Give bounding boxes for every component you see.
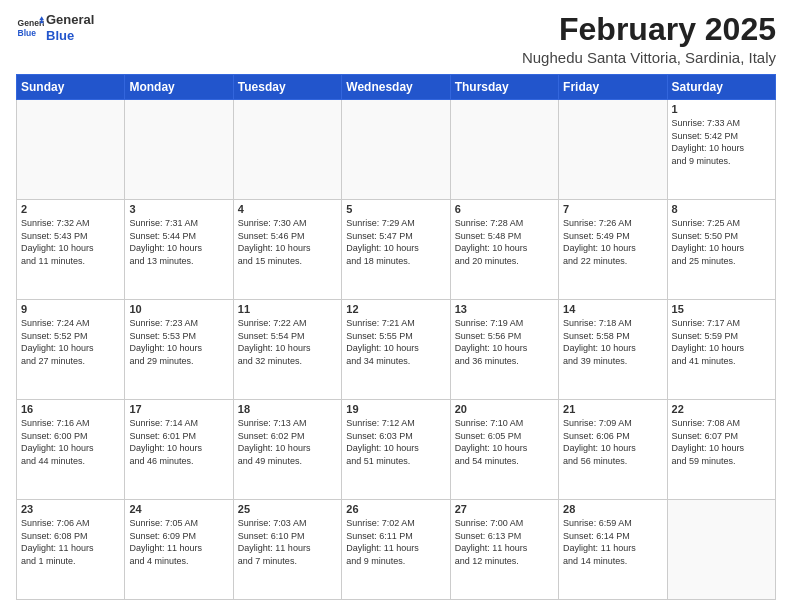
day-info: Sunrise: 7:12 AM Sunset: 6:03 PM Dayligh… — [346, 417, 445, 467]
day-number: 6 — [455, 203, 554, 215]
weekday-header-saturday: Saturday — [667, 75, 775, 100]
weekday-header-monday: Monday — [125, 75, 233, 100]
day-number: 9 — [21, 303, 120, 315]
logo-icon: General Blue — [16, 14, 44, 42]
day-info: Sunrise: 7:29 AM Sunset: 5:47 PM Dayligh… — [346, 217, 445, 267]
calendar-week-row: 9Sunrise: 7:24 AM Sunset: 5:52 PM Daylig… — [17, 300, 776, 400]
logo-general: General — [46, 12, 94, 28]
day-number: 28 — [563, 503, 662, 515]
day-info: Sunrise: 7:03 AM Sunset: 6:10 PM Dayligh… — [238, 517, 337, 567]
day-number: 27 — [455, 503, 554, 515]
svg-text:Blue: Blue — [18, 27, 37, 37]
calendar-day-15: 15Sunrise: 7:17 AM Sunset: 5:59 PM Dayli… — [667, 300, 775, 400]
day-info: Sunrise: 7:17 AM Sunset: 5:59 PM Dayligh… — [672, 317, 771, 367]
weekday-header-friday: Friday — [559, 75, 667, 100]
location-title: Nughedu Santa Vittoria, Sardinia, Italy — [522, 49, 776, 66]
calendar-empty-cell — [125, 100, 233, 200]
day-info: Sunrise: 7:08 AM Sunset: 6:07 PM Dayligh… — [672, 417, 771, 467]
day-info: Sunrise: 7:02 AM Sunset: 6:11 PM Dayligh… — [346, 517, 445, 567]
calendar-day-1: 1Sunrise: 7:33 AM Sunset: 5:42 PM Daylig… — [667, 100, 775, 200]
calendar-week-row: 1Sunrise: 7:33 AM Sunset: 5:42 PM Daylig… — [17, 100, 776, 200]
calendar-day-8: 8Sunrise: 7:25 AM Sunset: 5:50 PM Daylig… — [667, 200, 775, 300]
day-number: 21 — [563, 403, 662, 415]
day-number: 3 — [129, 203, 228, 215]
day-info: Sunrise: 7:32 AM Sunset: 5:43 PM Dayligh… — [21, 217, 120, 267]
day-number: 23 — [21, 503, 120, 515]
calendar-day-18: 18Sunrise: 7:13 AM Sunset: 6:02 PM Dayli… — [233, 400, 341, 500]
day-info: Sunrise: 7:13 AM Sunset: 6:02 PM Dayligh… — [238, 417, 337, 467]
day-number: 4 — [238, 203, 337, 215]
calendar-day-26: 26Sunrise: 7:02 AM Sunset: 6:11 PM Dayli… — [342, 500, 450, 600]
weekday-header-thursday: Thursday — [450, 75, 558, 100]
calendar-week-row: 23Sunrise: 7:06 AM Sunset: 6:08 PM Dayli… — [17, 500, 776, 600]
calendar-day-3: 3Sunrise: 7:31 AM Sunset: 5:44 PM Daylig… — [125, 200, 233, 300]
day-info: Sunrise: 6:59 AM Sunset: 6:14 PM Dayligh… — [563, 517, 662, 567]
logo: General Blue General Blue — [16, 12, 94, 43]
day-info: Sunrise: 7:09 AM Sunset: 6:06 PM Dayligh… — [563, 417, 662, 467]
day-number: 22 — [672, 403, 771, 415]
calendar-day-6: 6Sunrise: 7:28 AM Sunset: 5:48 PM Daylig… — [450, 200, 558, 300]
day-number: 10 — [129, 303, 228, 315]
calendar-day-5: 5Sunrise: 7:29 AM Sunset: 5:47 PM Daylig… — [342, 200, 450, 300]
day-number: 1 — [672, 103, 771, 115]
day-number: 13 — [455, 303, 554, 315]
day-number: 5 — [346, 203, 445, 215]
calendar-empty-cell — [17, 100, 125, 200]
day-info: Sunrise: 7:26 AM Sunset: 5:49 PM Dayligh… — [563, 217, 662, 267]
day-number: 8 — [672, 203, 771, 215]
day-info: Sunrise: 7:25 AM Sunset: 5:50 PM Dayligh… — [672, 217, 771, 267]
day-info: Sunrise: 7:06 AM Sunset: 6:08 PM Dayligh… — [21, 517, 120, 567]
day-info: Sunrise: 7:24 AM Sunset: 5:52 PM Dayligh… — [21, 317, 120, 367]
weekday-header-tuesday: Tuesday — [233, 75, 341, 100]
calendar-day-11: 11Sunrise: 7:22 AM Sunset: 5:54 PM Dayli… — [233, 300, 341, 400]
day-number: 7 — [563, 203, 662, 215]
day-info: Sunrise: 7:22 AM Sunset: 5:54 PM Dayligh… — [238, 317, 337, 367]
calendar-empty-cell — [342, 100, 450, 200]
calendar-day-27: 27Sunrise: 7:00 AM Sunset: 6:13 PM Dayli… — [450, 500, 558, 600]
day-number: 14 — [563, 303, 662, 315]
day-info: Sunrise: 7:05 AM Sunset: 6:09 PM Dayligh… — [129, 517, 228, 567]
calendar-empty-cell — [667, 500, 775, 600]
calendar-week-row: 16Sunrise: 7:16 AM Sunset: 6:00 PM Dayli… — [17, 400, 776, 500]
calendar-day-7: 7Sunrise: 7:26 AM Sunset: 5:49 PM Daylig… — [559, 200, 667, 300]
calendar-empty-cell — [233, 100, 341, 200]
calendar-empty-cell — [559, 100, 667, 200]
logo-blue: Blue — [46, 28, 94, 44]
calendar-table: SundayMondayTuesdayWednesdayThursdayFrid… — [16, 74, 776, 600]
calendar-day-16: 16Sunrise: 7:16 AM Sunset: 6:00 PM Dayli… — [17, 400, 125, 500]
calendar-day-22: 22Sunrise: 7:08 AM Sunset: 6:07 PM Dayli… — [667, 400, 775, 500]
title-block: February 2025 Nughedu Santa Vittoria, Sa… — [522, 12, 776, 66]
calendar-day-20: 20Sunrise: 7:10 AM Sunset: 6:05 PM Dayli… — [450, 400, 558, 500]
calendar-day-14: 14Sunrise: 7:18 AM Sunset: 5:58 PM Dayli… — [559, 300, 667, 400]
calendar-day-28: 28Sunrise: 6:59 AM Sunset: 6:14 PM Dayli… — [559, 500, 667, 600]
day-info: Sunrise: 7:33 AM Sunset: 5:42 PM Dayligh… — [672, 117, 771, 167]
month-title: February 2025 — [522, 12, 776, 47]
calendar-empty-cell — [450, 100, 558, 200]
calendar-day-21: 21Sunrise: 7:09 AM Sunset: 6:06 PM Dayli… — [559, 400, 667, 500]
day-info: Sunrise: 7:00 AM Sunset: 6:13 PM Dayligh… — [455, 517, 554, 567]
day-number: 24 — [129, 503, 228, 515]
day-info: Sunrise: 7:28 AM Sunset: 5:48 PM Dayligh… — [455, 217, 554, 267]
day-number: 12 — [346, 303, 445, 315]
calendar-day-23: 23Sunrise: 7:06 AM Sunset: 6:08 PM Dayli… — [17, 500, 125, 600]
day-info: Sunrise: 7:30 AM Sunset: 5:46 PM Dayligh… — [238, 217, 337, 267]
calendar-day-2: 2Sunrise: 7:32 AM Sunset: 5:43 PM Daylig… — [17, 200, 125, 300]
calendar-day-19: 19Sunrise: 7:12 AM Sunset: 6:03 PM Dayli… — [342, 400, 450, 500]
calendar-header-row: SundayMondayTuesdayWednesdayThursdayFrid… — [17, 75, 776, 100]
day-number: 20 — [455, 403, 554, 415]
day-number: 18 — [238, 403, 337, 415]
day-info: Sunrise: 7:18 AM Sunset: 5:58 PM Dayligh… — [563, 317, 662, 367]
calendar-day-4: 4Sunrise: 7:30 AM Sunset: 5:46 PM Daylig… — [233, 200, 341, 300]
day-number: 25 — [238, 503, 337, 515]
day-number: 26 — [346, 503, 445, 515]
calendar-day-25: 25Sunrise: 7:03 AM Sunset: 6:10 PM Dayli… — [233, 500, 341, 600]
header: General Blue General Blue February 2025 … — [16, 12, 776, 66]
day-number: 2 — [21, 203, 120, 215]
calendar-day-9: 9Sunrise: 7:24 AM Sunset: 5:52 PM Daylig… — [17, 300, 125, 400]
day-info: Sunrise: 7:23 AM Sunset: 5:53 PM Dayligh… — [129, 317, 228, 367]
weekday-header-sunday: Sunday — [17, 75, 125, 100]
calendar-day-13: 13Sunrise: 7:19 AM Sunset: 5:56 PM Dayli… — [450, 300, 558, 400]
day-info: Sunrise: 7:10 AM Sunset: 6:05 PM Dayligh… — [455, 417, 554, 467]
day-number: 16 — [21, 403, 120, 415]
day-number: 11 — [238, 303, 337, 315]
